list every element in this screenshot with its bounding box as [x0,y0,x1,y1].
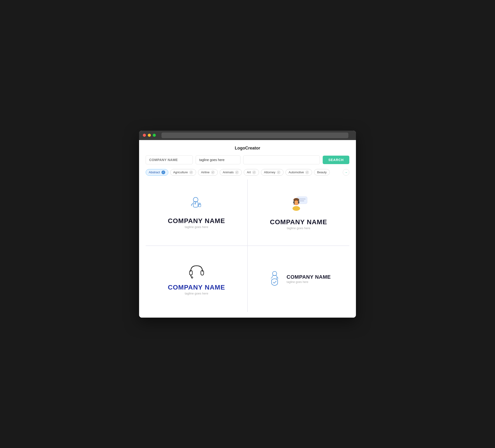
headset-icon [187,262,206,280]
chip-check-agriculture: ✓ [189,170,193,174]
chip-check-animals: ✓ [235,170,239,174]
logo4-layout: COMPANY NAME tagline goes here [266,270,331,288]
maximize-button[interactable] [153,134,156,137]
app-header: LogoCreator [146,146,349,151]
chip-label-beauty: Beauty [317,170,327,174]
chip-label-automotive: Automotive [289,170,304,174]
logo4-tagline: tagline goes here [287,280,331,284]
logo3-company-name: COMPANY NAME [168,284,225,291]
category-chip-attorney[interactable]: Attorney ✓ [261,169,284,176]
svg-rect-12 [293,201,295,203]
chip-check-airline: ✓ [211,170,215,174]
extra-input[interactable] [243,155,320,164]
search-button[interactable]: SEARCH [323,156,349,164]
browser-titlebar [139,131,356,140]
category-bar: Abstract ✓ Agriculture ✓ Airline ✓ Anima… [146,169,349,176]
app-title: LogoCreator [235,146,260,150]
svg-point-14 [292,206,300,211]
chip-label-airline: Airline [201,170,209,174]
close-button[interactable] [143,134,146,137]
tagline-input[interactable] [196,155,240,164]
category-next-button[interactable]: → [343,169,349,176]
logo-card-2[interactable]: COMPANY NAME tagline goes here [248,180,349,245]
chip-check-automotive: ✓ [305,170,309,174]
search-bar: SEARCH [146,155,349,164]
minimize-button[interactable] [148,134,151,137]
svg-point-18 [273,271,277,276]
app-content: LogoCreator SEARCH Abstract ✓ Agricultur… [139,140,356,318]
chip-check-art: ✓ [252,170,256,174]
shield-person-icon [266,270,283,288]
logo2-tagline: tagline goes here [287,226,310,230]
logo3-tagline: tagline goes here [185,292,208,295]
chip-label-attorney: Attorney [264,170,275,174]
chip-label-art: Art [247,170,251,174]
chip-label-animals: Animals [223,170,234,174]
category-chip-airline[interactable]: Airline ✓ [198,169,218,176]
logo2-company-name: COMPANY NAME [270,218,327,226]
category-chip-automotive[interactable]: Automotive ✓ [286,169,312,176]
company-name-input[interactable] [146,155,193,164]
logo1-tagline: tagline goes here [185,225,208,229]
address-bar [162,133,348,138]
doctor-thumbsup-icon [187,196,206,213]
svg-rect-13 [298,201,299,203]
category-chip-animals[interactable]: Animals ✓ [220,169,242,176]
chip-label-agriculture: Agriculture [173,170,188,174]
browser-window: LogoCreator SEARCH Abstract ✓ Agricultur… [139,131,356,318]
chip-check-attorney: ✓ [277,170,280,174]
logo1-company-name: COMPANY NAME [168,217,225,225]
logo-grid: COMPANY NAME tagline goes here [146,180,349,312]
svg-point-17 [192,277,193,278]
category-chip-art[interactable]: Art ✓ [244,169,259,176]
category-chip-beauty[interactable]: Beauty [314,169,330,175]
chip-label-abstract: Abstract [149,170,160,174]
logo4-text: COMPANY NAME tagline goes here [287,274,331,284]
category-chip-abstract[interactable]: Abstract ✓ [146,169,168,176]
category-chip-agriculture[interactable]: Agriculture ✓ [170,169,196,176]
logo-card-4[interactable]: COMPANY NAME tagline goes here [248,246,349,312]
logo4-company-name: COMPANY NAME [287,274,331,280]
logo-card-3[interactable]: COMPANY NAME tagline goes here [146,246,247,312]
logo-card-1[interactable]: COMPANY NAME tagline goes here [146,180,247,245]
svg-rect-3 [199,203,200,204]
customer-service-icon [287,195,310,215]
chip-check-abstract: ✓ [162,170,165,174]
